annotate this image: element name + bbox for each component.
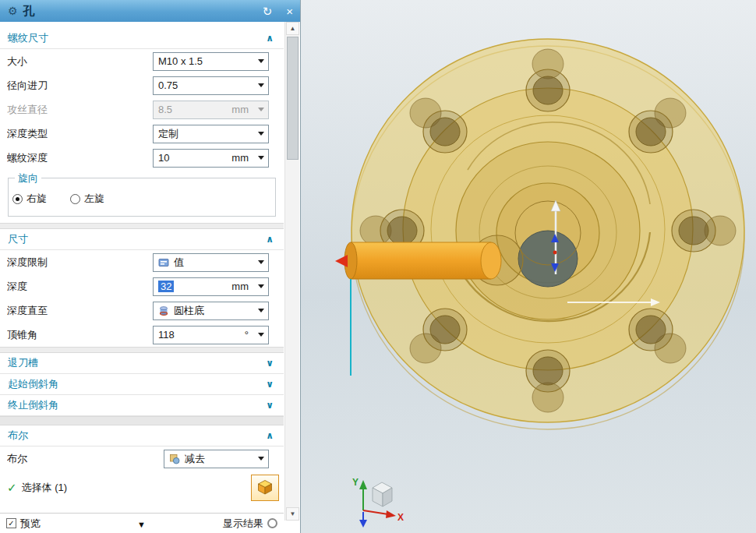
tap-diameter-value: 8.5: [158, 104, 172, 115]
depth-until-label: 深度直至: [7, 304, 153, 318]
thread-depth-unit[interactable]: mm: [231, 152, 249, 164]
dialog-grip-icon[interactable]: ▼: [137, 520, 146, 529]
tip-angle-value: 118: [158, 329, 175, 341]
tap-diameter-unit: mm: [231, 104, 249, 115]
section-header-start-chamfer[interactable]: 起始倒斜角 ∨: [0, 374, 284, 395]
depth-value-selected[interactable]: 32: [158, 281, 174, 292]
dialog-scrollbar[interactable]: ▲ ▼: [284, 22, 299, 521]
preview-label: 预览: [20, 517, 41, 531]
radio-right-hand[interactable]: 右旋: [12, 192, 47, 206]
cylinder-bottom-icon: [158, 305, 170, 316]
show-result-label: 显示结果: [223, 517, 263, 531]
chevron-up-icon: ∧: [266, 430, 274, 441]
select-body-button[interactable]: [251, 475, 279, 501]
close-button[interactable]: ×: [286, 5, 293, 17]
hole-dialog: ⚙ 孔 ↻ × 螺纹尺寸 ∧ 大小 M10 x 1.5 径向进刀: [0, 0, 301, 533]
center-bore-bottom: [518, 231, 578, 287]
radio-unchecked-icon: [70, 194, 80, 204]
section-header-boolean[interactable]: 布尔 ∧: [0, 425, 284, 447]
depth-type-label: 深度类型: [7, 127, 153, 141]
dialog-title: 孔: [23, 4, 35, 19]
rotation-group-title: 旋向: [15, 171, 41, 185]
dialog-content: 螺纹尺寸 ∧ 大小 M10 x 1.5 径向进刀 0.75 攻丝直径: [0, 22, 284, 533]
tip-angle-field[interactable]: 118 °: [153, 326, 269, 344]
rotation-groupbox: 旋向 右旋 左旋: [8, 178, 276, 217]
section-header-end-chamfer[interactable]: 终止倒斜角 ∨: [0, 395, 284, 416]
rotation-options: 右旋 左旋: [12, 191, 269, 206]
section-label: 退刀槽: [8, 356, 38, 370]
tap-diameter-label: 攻丝直径: [7, 103, 153, 117]
section-header-relief-groove[interactable]: 退刀槽 ∨: [0, 353, 284, 374]
depth-field[interactable]: 32 mm: [153, 277, 269, 296]
chevron-down-icon: ∨: [266, 379, 274, 390]
triad-y-label: Y: [352, 477, 359, 488]
tip-angle-row: 顶锥角 118 °: [0, 323, 284, 347]
thread-depth-value: 10: [158, 152, 169, 164]
radial-engage-label: 径向进刀: [7, 79, 153, 93]
preview-checkbox[interactable]: ✓: [6, 518, 16, 528]
radial-engage-dropdown[interactable]: 0.75: [153, 76, 269, 95]
show-result-icon: [267, 518, 277, 528]
nx-hole-feature-screen: ⚙ 孔 ↻ × 螺纹尺寸 ∧ 大小 M10 x 1.5 径向进刀: [0, 0, 756, 533]
show-result-button[interactable]: 显示结果: [223, 517, 277, 531]
depth-type-dropdown[interactable]: 定制: [153, 125, 269, 143]
dropdown-arrow-icon: [258, 156, 264, 160]
tip-angle-unit[interactable]: °: [245, 329, 249, 341]
section-header-thread-dimensions[interactable]: 螺纹尺寸 ∧: [0, 28, 284, 49]
tap-diameter-field: 8.5 mm: [153, 101, 269, 119]
tip-angle-label: 顶锥角: [7, 328, 153, 342]
section-label: 布尔: [8, 429, 28, 443]
depth-until-value: 圆柱底: [174, 304, 204, 318]
dialog-footer: ✓ 预览 ▼ 显示结果: [0, 513, 284, 533]
dropdown-arrow-icon: [258, 260, 264, 264]
size-value: M10 x 1.5: [158, 55, 203, 67]
dropdown-arrow-icon: [258, 284, 264, 288]
boolean-value: 减去: [185, 452, 205, 466]
radial-engage-row: 径向进刀 0.75: [0, 73, 284, 97]
section-header-dimensions[interactable]: 尺寸 ∧: [0, 229, 284, 250]
3d-viewport[interactable]: Y X: [301, 0, 756, 533]
radial-engage-value: 0.75: [158, 79, 178, 91]
select-body-label: 选择体 (1): [22, 481, 68, 495]
size-dropdown[interactable]: M10 x 1.5: [153, 52, 269, 71]
boolean-dropdown[interactable]: 减去: [164, 450, 269, 468]
radio-right-hand-label: 右旋: [26, 192, 47, 206]
section-label: 尺寸: [8, 232, 28, 246]
dialog-titlebar[interactable]: ⚙ 孔 ↻ ×: [0, 0, 301, 22]
depth-type-value: 定制: [158, 127, 178, 141]
thread-depth-field[interactable]: 10 mm: [153, 149, 269, 168]
dropdown-arrow-icon: [258, 59, 264, 63]
depth-limit-label: 深度限制: [7, 256, 153, 270]
depth-until-dropdown[interactable]: 圆柱底: [153, 302, 269, 320]
radio-checked-icon: [12, 194, 23, 204]
depth-type-row: 深度类型 定制: [0, 122, 284, 146]
dropdown-arrow-icon: [258, 457, 264, 461]
dropdown-arrow-icon: [258, 309, 264, 312]
scroll-down-button[interactable]: ▼: [286, 507, 299, 521]
depth-unit[interactable]: mm: [231, 281, 249, 292]
dropdown-arrow-icon: [258, 333, 264, 337]
radio-left-hand-label: 左旋: [84, 192, 104, 206]
chevron-down-icon: ∨: [266, 358, 274, 369]
thread-depth-row: 螺纹深度 10 mm: [0, 146, 284, 170]
check-icon: ✓: [7, 481, 17, 495]
tap-diameter-row: 攻丝直径 8.5 mm: [0, 97, 284, 122]
subtract-icon: [169, 453, 181, 464]
scroll-up-button[interactable]: ▲: [286, 22, 299, 35]
solid-body-icon: [256, 478, 274, 498]
depth-limit-dropdown[interactable]: 值: [153, 253, 269, 272]
chevron-up-icon: ∧: [266, 33, 274, 44]
value-icon: [158, 256, 170, 268]
scrollbar-thumb[interactable]: [287, 37, 299, 160]
hole-feature-icon: ⚙: [8, 5, 18, 17]
triad-x-label: X: [397, 512, 404, 523]
reset-button[interactable]: ↻: [263, 5, 273, 17]
chevron-up-icon: ∧: [266, 234, 274, 245]
chevron-down-icon: ∨: [266, 400, 274, 411]
radio-left-hand[interactable]: 左旋: [70, 192, 104, 206]
tool-cylinder[interactable]: [335, 242, 501, 279]
group-separator: [0, 223, 284, 229]
select-body-row[interactable]: ✓ 选择体 (1): [0, 471, 284, 505]
dropdown-arrow-icon: [258, 108, 264, 111]
group-separator: [0, 416, 284, 425]
